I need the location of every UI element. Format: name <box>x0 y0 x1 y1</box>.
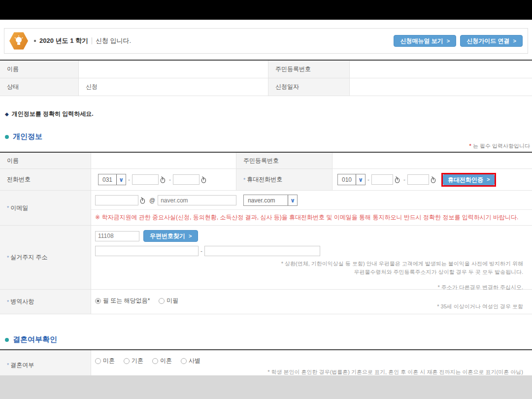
instruction-text: ◆ 개인정보를 정확히 입력하세요. <box>5 110 532 118</box>
marriage-divorced-radio[interactable]: 이혼 <box>152 357 172 365</box>
table-row: 상태 신청 신청일자 <box>0 78 532 96</box>
address-label: 실거주지 주소 <box>10 253 47 262</box>
required-star: * <box>7 255 9 261</box>
bottom-gray-bar <box>0 375 532 399</box>
marriage-married-radio[interactable]: 기혼 <box>124 357 143 365</box>
status-value: 신청 <box>79 78 268 96</box>
square-bullet <box>34 40 36 42</box>
zipcode-input[interactable] <box>95 231 139 241</box>
top-black-bar <box>0 0 532 20</box>
phone-label: 전화번호 <box>0 169 91 190</box>
mouse-input-icon[interactable] <box>200 176 207 183</box>
name-value <box>91 153 236 168</box>
name-label: 이름 <box>0 153 91 168</box>
marriage-label: 결혼여부 <box>10 361 34 369</box>
guide-link-button[interactable]: 신청가이드 연결 > <box>460 35 523 47</box>
table-row: 이름 주민등록번호 <box>0 61 532 78</box>
arrow-right-icon: > <box>513 38 516 44</box>
notice-suffix: 신청 입니다. <box>96 36 131 45</box>
semester-text: 2020 년도 1 학기 <box>39 36 88 45</box>
required-star: * <box>7 205 9 211</box>
address-mailing-note: * 상환(연체, 기한이익상실 등 포함) 안내 우편물은 고객에게 발생되는 … <box>95 260 532 276</box>
radio-unchecked-icon <box>181 358 187 364</box>
military-note: * 35세 이상이거나 여성인 경우 포함 <box>437 303 523 310</box>
rrn-label: 주민등록번호 <box>236 153 332 168</box>
military-not-radio[interactable]: 미필 <box>159 297 178 305</box>
table-row: * 이메일 @ naver.com ∨ ※ 학자금지원에 관한 중요사실(신청,… <box>0 191 532 226</box>
chevron-down-icon: ∨ <box>356 174 365 185</box>
phone-mid-input[interactable] <box>132 174 159 185</box>
table-row: * 실거주지 주소 우편번호찾기 > - * 상환(연체, 기한이익상실 등 포… <box>0 226 532 290</box>
name-value <box>79 61 268 78</box>
marriage-single-radio[interactable]: 미혼 <box>95 357 115 365</box>
marriage-note: * 학생 본인이 혼인한 경우(법률혼) 기혼으로 표기, 혼인 후 이혼 시 … <box>91 368 532 376</box>
arrow-right-icon: > <box>487 177 490 182</box>
chevron-down-icon: ∨ <box>288 195 297 205</box>
personal-info-table: 이름 주민등록번호 전화번호 031 ∨ - - <box>0 152 532 314</box>
radio-unchecked-icon <box>95 358 101 364</box>
chevron-down-icon: ∨ <box>116 174 126 185</box>
section-title-marriage: 결혼여부확인 <box>5 335 532 344</box>
rrn-label: 주민등록번호 <box>268 61 350 78</box>
address-detail-input[interactable] <box>204 246 320 256</box>
email-domain-input[interactable] <box>158 195 236 205</box>
email-warning-text: ※ 학자금지원에 관한 중요사실(신청, 동의현황, 소득산정 결과, 심사 등… <box>91 209 532 225</box>
section-dot-icon <box>5 338 9 342</box>
highlight-red-box: 휴대전화인증 > <box>441 173 496 187</box>
manual-button[interactable]: 신청매뉴얼 보기 > <box>394 35 456 47</box>
arrow-right-icon: > <box>189 233 192 239</box>
name-label: 이름 <box>0 61 79 78</box>
required-star: * <box>7 299 9 305</box>
status-label: 상태 <box>0 78 79 96</box>
phone-area-select[interactable]: 031 ∨ <box>98 174 126 185</box>
semester-notice-box: 2020 년도 1 학기 신청 입니다. 신청매뉴얼 보기 > 신청가이드 연결… <box>4 28 528 54</box>
military-done-radio[interactable]: 필 또는 해당없음* <box>95 297 150 305</box>
address-base-input[interactable] <box>95 246 199 256</box>
mouse-input-icon[interactable] <box>139 197 146 204</box>
radio-unchecked-icon <box>152 358 158 364</box>
phone-last-input[interactable] <box>173 174 200 185</box>
email-id-input[interactable] <box>95 195 138 205</box>
arrow-right-icon: > <box>447 38 450 44</box>
mouse-input-icon[interactable] <box>394 176 400 183</box>
mobile-mid-input[interactable] <box>371 174 393 185</box>
zipcode-search-button[interactable]: 우편번호찾기 > <box>143 230 198 242</box>
military-label: 병역사항 <box>10 298 34 306</box>
at-sign: @ <box>147 197 158 204</box>
section-dot-icon <box>5 135 9 139</box>
mobile-last-input[interactable] <box>407 174 429 185</box>
email-domain-select[interactable]: naver.com ∨ <box>243 195 298 206</box>
radio-unchecked-icon <box>159 298 165 304</box>
rrn-value <box>350 61 532 78</box>
applicant-summary-table: 이름 주민등록번호 상태 신청 신청일자 <box>0 60 532 96</box>
required-fields-note: * 는 필수 입력사항입니다 <box>0 142 532 150</box>
radio-checked-icon <box>95 298 101 304</box>
rrn-value <box>332 153 532 168</box>
apply-date-label: 신청일자 <box>268 78 350 96</box>
apply-date-value <box>350 78 532 96</box>
diamond-bullet-icon: ◆ <box>5 111 9 117</box>
lightbulb-icon <box>9 32 28 50</box>
mobile-area-select[interactable]: 010 ∨ <box>337 174 366 185</box>
required-star: * <box>7 362 9 368</box>
marriage-widowed-radio[interactable]: 사별 <box>181 357 200 365</box>
mouse-input-icon[interactable] <box>160 176 166 183</box>
table-row: * 병역사항 필 또는 해당없음* 미필 * 35세 이상이거나 여성인 경우 … <box>0 290 532 314</box>
required-star: * <box>243 177 245 183</box>
mobile-label: 휴대전화번호 <box>247 175 282 184</box>
mobile-verify-button[interactable]: 휴대전화인증 > <box>443 174 495 185</box>
section-title-personal: 개인정보 <box>5 132 532 141</box>
email-label: 이메일 <box>10 204 28 212</box>
radio-unchecked-icon <box>124 358 130 364</box>
table-row: 전화번호 031 ∨ - - * 휴대전화번호 <box>0 169 532 191</box>
table-row: 이름 주민등록번호 <box>0 153 532 169</box>
mouse-input-icon[interactable] <box>430 176 436 183</box>
notice-separator <box>92 37 92 44</box>
